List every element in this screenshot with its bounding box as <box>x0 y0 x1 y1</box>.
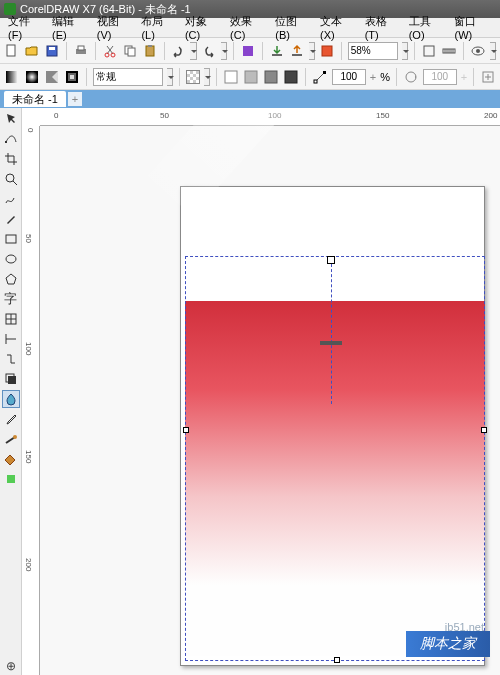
svg-rect-4 <box>78 46 84 50</box>
interactive-fill-tool[interactable] <box>2 470 20 488</box>
swatch-dropdown[interactable] <box>204 68 210 86</box>
selection-handle-right[interactable] <box>481 427 487 433</box>
transparency-style-select[interactable] <box>93 68 163 86</box>
menu-window[interactable]: 窗口(W) <box>450 12 496 43</box>
document-tab[interactable]: 未命名 -1 <box>4 91 66 107</box>
node-position-icon[interactable] <box>312 68 328 86</box>
menu-bitmaps[interactable]: 位图(B) <box>271 12 314 43</box>
publish-button[interactable] <box>319 42 335 60</box>
print-button[interactable] <box>73 42 89 60</box>
dimension-tool[interactable] <box>2 330 20 348</box>
svg-rect-15 <box>424 46 434 56</box>
rulers-button[interactable] <box>441 42 457 60</box>
undo-button[interactable] <box>170 42 186 60</box>
outline-tool[interactable] <box>2 430 20 448</box>
vertical-ruler[interactable]: 0 50 100 150 200 <box>22 126 40 675</box>
menu-edit[interactable]: 编辑(E) <box>48 12 91 43</box>
free-scale-icon[interactable] <box>480 68 496 86</box>
menu-effects[interactable]: 效果(C) <box>226 12 269 43</box>
menu-table[interactable]: 表格(T) <box>361 12 403 43</box>
watermark-text: 脚本之家 <box>406 631 490 657</box>
ellipse-tool[interactable] <box>2 250 20 268</box>
merge-mode3-icon[interactable] <box>263 68 279 86</box>
menu-bar: 文件(F) 编辑(E) 视图(V) 布局(L) 对象(C) 效果(C) 位图(B… <box>0 18 500 38</box>
selection-handle-bottom[interactable] <box>334 657 340 663</box>
preview-dropdown[interactable] <box>490 42 496 60</box>
tab-label: 未命名 -1 <box>12 92 58 107</box>
import-button[interactable] <box>269 42 285 60</box>
svg-rect-26 <box>245 71 257 83</box>
redo-button[interactable] <box>201 42 217 60</box>
svg-point-40 <box>13 435 17 439</box>
svg-rect-12 <box>272 54 282 56</box>
transparency-start-handle[interactable] <box>327 256 335 264</box>
undo-dropdown[interactable] <box>190 42 196 60</box>
text-tool[interactable]: 字 <box>2 290 20 308</box>
separator <box>305 68 306 86</box>
export-dropdown[interactable] <box>309 42 315 60</box>
open-button[interactable] <box>24 42 40 60</box>
merge-mode4-icon[interactable] <box>283 68 299 86</box>
svg-rect-8 <box>128 48 135 56</box>
eyedropper-tool[interactable] <box>2 410 20 428</box>
shape-tool[interactable] <box>2 130 20 148</box>
svg-rect-27 <box>265 71 277 83</box>
paste-button[interactable] <box>142 42 158 60</box>
fullscreen-button[interactable] <box>421 42 437 60</box>
selection-handle-left[interactable] <box>183 427 189 433</box>
pick-tool[interactable] <box>2 110 20 128</box>
add-tab-button[interactable]: + <box>68 92 82 106</box>
separator <box>396 68 397 86</box>
quick-custom-icon[interactable]: ⊕ <box>2 657 20 675</box>
table-tool[interactable] <box>2 310 20 328</box>
preview-button[interactable] <box>470 42 486 60</box>
fountain-conical-icon[interactable] <box>44 68 60 86</box>
style-dropdown[interactable] <box>167 68 173 86</box>
freehand-tool[interactable] <box>2 190 20 208</box>
transparency-midpoint-slider[interactable] <box>320 341 342 345</box>
rotate-icon[interactable] <box>403 68 419 86</box>
svg-rect-13 <box>292 54 302 56</box>
svg-rect-0 <box>7 45 15 56</box>
redo-dropdown[interactable] <box>221 42 227 60</box>
svg-rect-24 <box>70 75 74 79</box>
cut-button[interactable] <box>102 42 118 60</box>
separator <box>86 68 87 86</box>
svg-rect-9 <box>146 46 154 56</box>
zoom-tool[interactable] <box>2 170 20 188</box>
svg-rect-41 <box>7 475 15 483</box>
connector-tool[interactable] <box>2 350 20 368</box>
copy-button[interactable] <box>122 42 138 60</box>
zoom-dropdown[interactable] <box>402 42 408 60</box>
menu-text[interactable]: 文本(X) <box>316 12 359 43</box>
search-button[interactable] <box>240 42 256 60</box>
transparency-tool[interactable] <box>2 390 20 408</box>
save-button[interactable] <box>44 42 60 60</box>
menu-object[interactable]: 对象(C) <box>181 12 224 43</box>
svg-rect-2 <box>49 47 55 50</box>
menu-tools[interactable]: 工具(O) <box>405 12 449 43</box>
menu-view[interactable]: 视图(V) <box>93 12 136 43</box>
opacity-input[interactable] <box>332 69 366 85</box>
opacity2-input[interactable] <box>423 69 457 85</box>
rectangle-tool[interactable] <box>2 230 20 248</box>
export-button[interactable] <box>289 42 305 60</box>
menu-layout[interactable]: 布局(L) <box>137 12 179 43</box>
fountain-square-icon[interactable] <box>64 68 80 86</box>
crop-tool[interactable] <box>2 150 20 168</box>
effects-tool[interactable] <box>2 370 20 388</box>
merge-mode2-icon[interactable] <box>243 68 259 86</box>
drawing-canvas[interactable] <box>40 126 500 675</box>
menu-file[interactable]: 文件(F) <box>4 12 46 43</box>
artistic-media-tool[interactable] <box>2 210 20 228</box>
merge-mode1-icon[interactable] <box>223 68 239 86</box>
fill-tool[interactable] <box>2 450 20 468</box>
fountain-radial-icon[interactable] <box>24 68 40 86</box>
transparency-swatch-icon[interactable] <box>186 70 200 84</box>
polygon-tool[interactable] <box>2 270 20 288</box>
svg-rect-33 <box>5 141 7 143</box>
separator <box>473 68 474 86</box>
new-button[interactable] <box>4 42 20 60</box>
zoom-level-input[interactable] <box>348 42 398 60</box>
fountain-linear-icon[interactable] <box>4 68 20 86</box>
